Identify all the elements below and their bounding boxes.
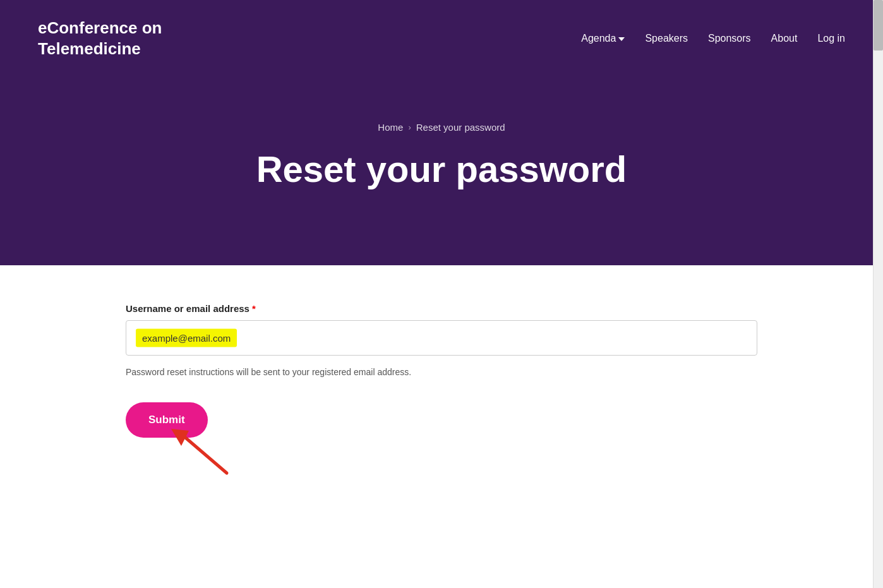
breadcrumb-current: Reset your password: [416, 122, 505, 133]
nav-item-agenda[interactable]: Agenda: [581, 33, 625, 44]
nav-item-login[interactable]: Log in: [817, 33, 845, 44]
speakers-link[interactable]: Speakers: [645, 33, 688, 44]
required-star: *: [252, 303, 256, 314]
site-title[interactable]: eConference on Telemedicine: [38, 18, 162, 59]
scrollbar-track[interactable]: [873, 0, 883, 588]
about-link[interactable]: About: [771, 33, 798, 44]
sponsors-link[interactable]: Sponsors: [708, 33, 751, 44]
chevron-down-icon: [618, 37, 625, 41]
breadcrumb-separator: ›: [408, 123, 411, 132]
main-nav: eConference on Telemedicine Agenda Speak…: [38, 0, 845, 71]
main-content: Username or email address * example@emai…: [75, 265, 808, 488]
hero-content: Home › Reset your password Reset your pa…: [38, 71, 845, 265]
email-input[interactable]: [126, 320, 757, 356]
arrow-icon: [164, 426, 233, 476]
login-link[interactable]: Log in: [817, 33, 845, 44]
nav-links: Agenda Speakers Sponsors About: [581, 33, 845, 44]
helper-text: Password reset instructions will be sent…: [126, 367, 757, 377]
nav-item-about[interactable]: About: [771, 33, 798, 44]
input-wrapper: example@email.com: [126, 320, 757, 356]
site-header: eConference on Telemedicine Agenda Speak…: [0, 0, 883, 265]
nav-item-speakers[interactable]: Speakers: [645, 33, 688, 44]
page-title: Reset your password: [256, 148, 627, 190]
svg-line-0: [183, 435, 227, 473]
breadcrumb: Home › Reset your password: [378, 122, 505, 133]
reset-password-form: Username or email address * example@emai…: [126, 303, 757, 438]
breadcrumb-home[interactable]: Home: [378, 122, 403, 133]
scrollbar-thumb[interactable]: [874, 0, 883, 51]
email-label: Username or email address *: [126, 303, 757, 314]
nav-item-sponsors[interactable]: Sponsors: [708, 33, 751, 44]
agenda-link[interactable]: Agenda: [581, 33, 625, 44]
arrow-annotation: [164, 426, 233, 479]
submit-button-wrapper: Submit: [126, 402, 208, 438]
